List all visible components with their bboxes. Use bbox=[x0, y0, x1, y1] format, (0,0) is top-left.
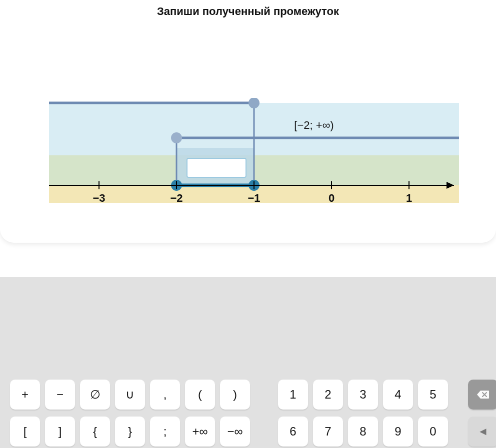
key-union[interactable]: ∪ bbox=[115, 380, 145, 410]
key-0[interactable]: 0 bbox=[418, 417, 448, 447]
key-9[interactable]: 9 bbox=[383, 417, 413, 447]
key-semicolon[interactable]: ; bbox=[150, 417, 180, 447]
tick-label: −1 bbox=[248, 192, 260, 204]
problem-title: Запиши полученный промежуток bbox=[0, 5, 496, 18]
tick-label: −3 bbox=[92, 192, 105, 204]
key-minus-inf[interactable]: −∞ bbox=[220, 417, 250, 447]
backspace-icon bbox=[476, 390, 490, 399]
tick-label: 1 bbox=[406, 192, 412, 204]
tick-label: 0 bbox=[328, 192, 334, 204]
key-lbracket[interactable]: [ bbox=[10, 417, 40, 447]
key-4[interactable]: 4 bbox=[383, 380, 413, 410]
key-comma[interactable]: , bbox=[150, 380, 180, 410]
key-backspace[interactable] bbox=[468, 380, 496, 410]
interval-b-endpoint bbox=[171, 132, 182, 143]
answer-input[interactable] bbox=[186, 158, 246, 178]
key-8[interactable]: 8 bbox=[348, 417, 378, 447]
key-left-arrow[interactable]: ◄ bbox=[468, 417, 496, 447]
on-screen-keyboard: + − ∅ ∪ , ( ) 1 2 3 4 5 OK [ ] { } ; +∞ … bbox=[0, 380, 496, 448]
interval-a-endpoint bbox=[248, 98, 260, 108]
key-plus[interactable]: + bbox=[10, 380, 40, 410]
keyboard-row-2: [ ] { } ; +∞ −∞ 6 7 8 9 0 ◄ ► bbox=[10, 417, 486, 447]
interval-b-label: [−2; +∞) bbox=[294, 119, 334, 131]
number-line-plot: −3 −2 −1 0 1 (−∞; −1] [−2; +∞) bbox=[49, 98, 496, 223]
key-2[interactable]: 2 bbox=[313, 380, 343, 410]
key-plus-inf[interactable]: +∞ bbox=[185, 417, 215, 447]
key-lparen[interactable]: ( bbox=[185, 380, 215, 410]
key-1[interactable]: 1 bbox=[278, 380, 308, 410]
key-minus[interactable]: − bbox=[45, 380, 75, 410]
key-rparen[interactable]: ) bbox=[220, 380, 250, 410]
keyboard-row-1: + − ∅ ∪ , ( ) 1 2 3 4 5 OK bbox=[10, 380, 486, 410]
key-6[interactable]: 6 bbox=[278, 417, 308, 447]
key-3[interactable]: 3 bbox=[348, 380, 378, 410]
key-rbracket[interactable]: ] bbox=[45, 417, 75, 447]
key-rbrace[interactable]: } bbox=[115, 417, 145, 447]
problem-card: Запиши полученный промежуток bbox=[0, 0, 496, 243]
key-7[interactable]: 7 bbox=[313, 417, 343, 447]
key-empty-set[interactable]: ∅ bbox=[80, 380, 110, 410]
key-5[interactable]: 5 bbox=[418, 380, 448, 410]
tick-label: −2 bbox=[170, 192, 182, 204]
key-lbrace[interactable]: { bbox=[80, 417, 110, 447]
